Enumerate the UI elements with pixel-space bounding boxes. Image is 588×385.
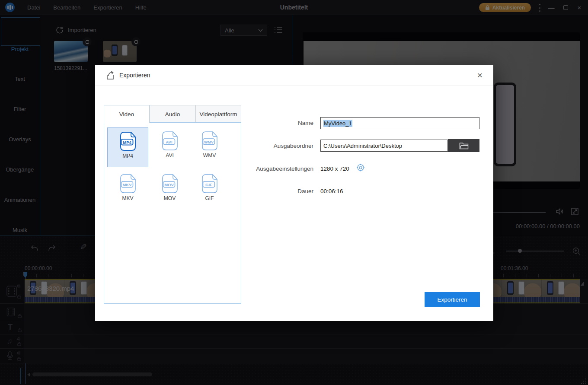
svg-text:GIF: GIF (205, 182, 212, 187)
format-option-wmv[interactable]: WMV WMV (189, 127, 230, 167)
output-folder-path: C:\Users\Administrator\Desktop (323, 143, 402, 149)
format-option-mkv[interactable]: MKV MKV (107, 170, 148, 210)
mov-file-icon: MOV (160, 173, 179, 194)
browse-folder-button[interactable] (448, 139, 479, 152)
name-label: Name (225, 120, 313, 126)
format-option-mov[interactable]: MOV MOV (149, 170, 190, 210)
tab-video[interactable]: Video (104, 105, 150, 123)
app-window: Datei Bearbeiten Exportieren Hilfe Unbet… (0, 0, 588, 385)
output-resolution-value: 1280 x 720 (320, 165, 349, 172)
output-folder-label: Ausgabeordner (225, 143, 313, 149)
format-label: MP4 (122, 153, 133, 159)
mkv-file-icon: MKV (118, 173, 137, 194)
format-list-panel: MP4 MP4 AVI AVI WMV WMV MKV MKV MOV MOV … (104, 122, 241, 304)
export-dialog-header: Exportieren × (95, 65, 493, 86)
folder-icon (459, 142, 469, 150)
avi-file-icon: AVI (160, 130, 179, 151)
wmv-file-icon: WMV (200, 130, 219, 151)
format-option-mp4[interactable]: MP4 MP4 (107, 127, 148, 167)
export-confirm-button[interactable]: Exportieren (425, 292, 480, 307)
export-dialog: Exportieren × Video Audio Videoplattform… (95, 65, 493, 321)
tab-audio[interactable]: Audio (150, 105, 195, 123)
gif-file-icon: GIF (200, 173, 219, 194)
format-label: MKV (122, 195, 133, 201)
duration-value: 00:06:16 (320, 188, 343, 194)
format-option-avi[interactable]: AVI AVI (149, 127, 190, 167)
svg-text:WMV: WMV (204, 140, 214, 144)
settings-gear-icon[interactable] (356, 163, 365, 172)
mp4-file-icon: MP4 (118, 131, 137, 152)
export-dialog-title: Exportieren (119, 72, 150, 79)
duration-label: Dauer (225, 188, 313, 194)
format-label: AVI (166, 153, 173, 159)
name-input-selected-text: MyVideo_1 (323, 120, 352, 127)
format-option-gif[interactable]: GIF GIF (189, 170, 230, 210)
svg-text:AVI: AVI (166, 140, 172, 144)
output-folder-input[interactable]: C:\Users\Administrator\Desktop (320, 140, 448, 152)
name-input[interactable]: MyVideo_1 (320, 117, 479, 129)
svg-text:MOV: MOV (164, 182, 174, 187)
format-label: WMV (203, 153, 216, 159)
format-label: MOV (164, 195, 176, 201)
svg-text:MKV: MKV (122, 182, 132, 187)
format-label: GIF (205, 195, 214, 201)
svg-text:MP4: MP4 (123, 140, 131, 145)
export-icon (105, 71, 116, 80)
close-dialog-button[interactable]: × (474, 70, 486, 81)
output-settings-label: Ausgabeeinstellungen (225, 165, 313, 172)
